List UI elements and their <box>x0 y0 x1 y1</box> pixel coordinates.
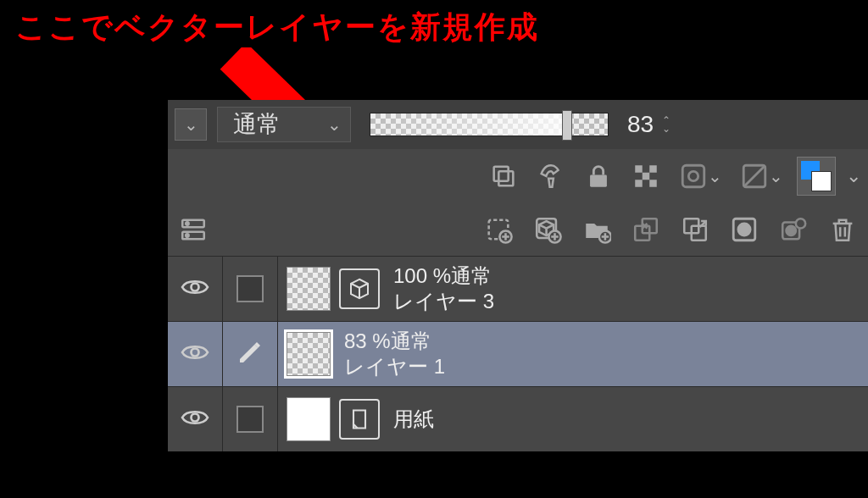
svg-rect-6 <box>635 165 643 173</box>
chevron-down-icon: ⌄ <box>327 114 342 135</box>
eye-icon <box>180 402 210 436</box>
layer-thumbnail[interactable] <box>287 397 331 441</box>
layer-item[interactable]: 用紙 <box>168 386 868 451</box>
svg-point-37 <box>738 224 750 235</box>
draft-layer-icon[interactable]: ⌄ <box>736 158 787 195</box>
eye-icon <box>180 272 210 306</box>
svg-point-47 <box>192 349 199 357</box>
checkbox-icon <box>236 406 264 433</box>
layer-label: 用紙 <box>393 407 434 432</box>
layers-panel: ⌄ 通常 ⌄ 83 ⌃⌄ ⌄ <box>168 100 868 451</box>
svg-rect-5 <box>590 175 607 187</box>
visibility-toggle[interactable] <box>168 257 223 321</box>
vector-badge-icon <box>339 268 380 309</box>
pencil-icon <box>236 339 264 369</box>
svg-point-17 <box>186 222 188 224</box>
svg-rect-7 <box>643 173 650 180</box>
chevron-down-icon: ⌄ <box>708 166 722 186</box>
merge-layer-icon[interactable] <box>676 211 714 248</box>
pane-view-icon[interactable] <box>175 211 212 248</box>
lock-alpha-icon[interactable] <box>627 158 665 195</box>
checkbox-icon <box>236 275 264 302</box>
opacity-slider[interactable] <box>370 113 609 136</box>
layer-mask-icon[interactable] <box>726 211 763 248</box>
svg-point-40 <box>796 219 805 228</box>
chevron-down-icon: ⌄ <box>184 114 198 135</box>
new-folder-icon[interactable] <box>578 211 615 248</box>
slider-thumb[interactable] <box>562 110 572 141</box>
svg-rect-9 <box>635 180 643 187</box>
svg-line-24 <box>547 224 554 228</box>
editing-toggle[interactable] <box>223 322 278 386</box>
svg-line-23 <box>539 224 547 228</box>
svg-rect-4 <box>498 171 513 185</box>
trash-icon[interactable] <box>824 211 861 248</box>
lock-icon[interactable] <box>580 158 617 195</box>
new-raster-layer-icon[interactable] <box>480 211 517 248</box>
layer-color-dropdown[interactable]: ⌄ <box>175 108 207 141</box>
annotation-text: ここでベクターレイヤーを新規作成 <box>15 7 539 48</box>
layer-label: 100 %通常 レイヤー 3 <box>393 263 494 314</box>
layer-color-picker[interactable] <box>797 157 836 196</box>
reference-layer-icon[interactable] <box>532 158 570 195</box>
svg-rect-11 <box>682 165 704 187</box>
layer-item[interactable]: 83 %通常 レイヤー 1 <box>168 321 868 386</box>
chevron-down-icon[interactable]: ⌄ <box>846 165 861 187</box>
enable-mask-icon[interactable] <box>775 211 812 248</box>
blend-mode-label: 通常 <box>233 108 281 141</box>
opacity-spinner[interactable]: ⌃⌄ <box>662 116 670 133</box>
new-vector-layer-icon[interactable] <box>529 211 566 248</box>
svg-rect-8 <box>649 165 657 173</box>
set-reference-icon[interactable]: ⌄ <box>675 158 726 195</box>
svg-line-45 <box>359 284 368 288</box>
chevron-down-icon: ⌄ <box>769 166 783 186</box>
svg-rect-10 <box>649 180 657 187</box>
transfer-layer-icon[interactable] <box>627 211 665 248</box>
svg-rect-3 <box>494 167 509 181</box>
blend-mode-dropdown[interactable]: 通常 ⌄ <box>217 107 351 142</box>
editing-toggle[interactable] <box>223 257 278 321</box>
eye-icon <box>180 337 210 371</box>
opacity-value: 83 <box>627 111 654 138</box>
svg-point-12 <box>688 171 698 180</box>
layer-thumbnail[interactable] <box>287 267 331 311</box>
layer-properties-row: ⌄ ⌄ ⌄ <box>168 149 868 203</box>
svg-point-48 <box>192 414 199 422</box>
svg-line-44 <box>351 284 359 288</box>
visibility-toggle[interactable] <box>168 322 223 386</box>
svg-point-18 <box>186 234 188 236</box>
svg-line-14 <box>743 165 765 187</box>
layer-thumbnail[interactable] <box>287 332 331 376</box>
layer-actions-row <box>168 203 868 256</box>
layer-list: 100 %通常 レイヤー 3 83 %通常 レイヤー 1 <box>168 256 868 451</box>
clip-to-below-icon[interactable] <box>485 158 522 195</box>
paper-badge-icon <box>339 399 380 440</box>
editing-toggle[interactable] <box>223 387 278 451</box>
layer-item[interactable]: 100 %通常 レイヤー 3 <box>168 256 868 321</box>
visibility-toggle[interactable] <box>168 387 223 451</box>
blend-opacity-row: ⌄ 通常 ⌄ 83 ⌃⌄ <box>168 100 868 149</box>
layer-label: 83 %通常 レイヤー 1 <box>344 329 445 379</box>
svg-point-39 <box>787 226 796 235</box>
svg-point-43 <box>192 284 199 291</box>
